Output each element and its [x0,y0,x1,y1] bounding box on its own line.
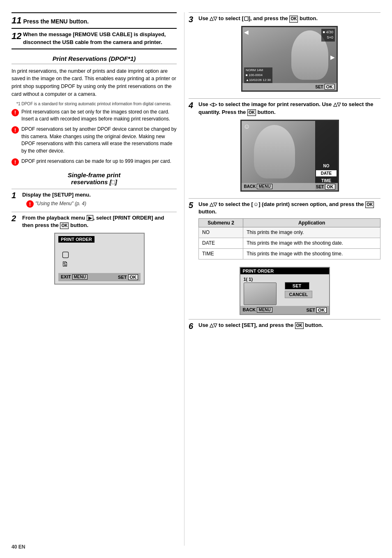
cam-screen-step3: ◀ ▶ ■ 4/30 5×0 NORM 14M ■ 100-0004 ▲10/0… [241,26,338,92]
step-1: 1 Display the [SETUP] menu. ! "Using the… [12,189,177,209]
step-5: 5 Use △▽ to select the [☺] (date print) … [189,198,380,264]
ok-badge-1: OK [128,274,138,280]
step-2: 2 From the playback menu ▶, select [PRIN… [12,212,177,287]
step-12-text: When the message [REMOVE USB CABLE] is d… [23,31,177,46]
po2-footer: BACK MENU SET OK [240,306,329,314]
print-order-screen-step2: PRINT ORDER ▢ 🖻 EXIT MENU SET OK [54,233,145,285]
cam-norm: NORM 14M [246,68,271,73]
section-single-frame-title: Single-frame printreservations [□] [68,171,120,185]
po2-photo [244,282,277,305]
po-icon1: ▢ [62,249,137,259]
step-12: 12 When the message [REMOVE USB CABLE] i… [12,29,177,49]
step-2-num: 2 [12,214,21,222]
cam-file-info: NORM 14M ■ 100-0004 ▲10/02/26 12:30 [244,67,272,83]
cam4-opt-no: NO [316,163,337,169]
step-11-text: Press the MENU button. [23,18,88,25]
step-4-num: 4 [189,101,197,195]
warning-3: ! DPOF print reservations can be made fo… [12,158,177,166]
step-6: 6 Use △▽ to select [SET], and press the … [189,319,380,331]
table-row-date: DATE This prints the image with the shoo… [199,238,380,249]
step-5-desc: Use △▽ to select the [☺] (date print) sc… [198,201,374,215]
step-2-text: From the playback menu ▶, select [PRINT … [22,215,164,228]
step-4: 4 Use ◁▷ to select the image for print r… [189,98,380,195]
po-title: PRINT ORDER [58,236,95,243]
table-header-application: Application [243,219,380,227]
po-exit: EXIT MENU [61,274,88,280]
cam4-sidebar: NO DATE TIME [315,121,338,190]
po-icon2: 🖻 [62,261,137,268]
warning-1: ! Print reservations can be set only for… [12,109,177,123]
po-body: ▢ 🖻 [58,245,141,270]
step-4-desc: Use ◁▷ to select the image for print res… [198,101,373,115]
cam4-person [254,125,295,178]
left-column: 11 Press the MENU button. 12 When the me… [12,12,184,546]
cam4-back: BACK MENU [244,184,272,190]
cam4-footer: BACK MENU SET OK [242,183,338,190]
po2-options: SET CANCEL [285,282,313,298]
note-icon-1: ! [26,200,34,208]
table-row-time: TIME This prints the image with the shoo… [199,248,380,259]
cam-mode: 5×0 [323,35,333,41]
po-set: SET OK [118,274,138,280]
po2-set: SET OK [307,307,327,313]
warning-icon-3: ! [12,158,19,166]
step-3-desc: Use △▽ to select [▢], and press the OK b… [198,15,318,21]
warning-text-3: DPOF print reservations can be made for … [21,158,171,165]
table-cell-date-desc: This prints the image with the shooting … [243,238,380,249]
step-6-desc: Use △▽ to select [SET], and press the OK… [198,322,323,328]
body-text-dpof: In print reservations, the number of pri… [12,67,177,98]
po2-back: BACK MENU [243,307,272,313]
cam-right-arrow: ▶ [330,54,335,60]
po-footer: EXIT MENU SET OK [58,273,141,281]
section-single-frame: Single-frame printreservations [□] [12,171,177,185]
table-cell-time: TIME [199,248,243,259]
cam4-set: SET OK [316,184,335,190]
table-cell-time-desc: This prints the image with the shooting … [243,248,380,259]
warning-2: ! DPOF reservations set by another DPOF … [12,126,177,155]
step-3: 3 Use △▽ to select [▢], and press the OK… [189,12,380,95]
po2-body: 1( 1) SET CANCEL [240,274,329,306]
step-1-num: 1 [12,191,21,199]
footnote-dpof: *1 DPOF is a standard for storing automa… [12,102,177,106]
cam-screen-step4: ☺ NO DATE TIME BACK MENU SET OK [240,120,339,192]
warning-text-2: DPOF reservations set by another DPOF de… [21,126,177,155]
warning-icon-2: ! [12,126,19,134]
po2-opt-cancel: CANCEL [285,291,313,298]
table-cell-no: NO [199,227,243,238]
print-order-screen-2: PRINT ORDER 1( 1) SET CANCEL BACK MENU S… [240,267,330,315]
step-5-num: 5 [189,201,197,264]
page-number: 40 EN [12,544,25,550]
step-1-note-text: "Using the Menu" (p. 4) [35,200,86,207]
table-cell-no-desc: This prints the image only. [243,227,380,238]
cam-date: ▲10/02/26 12:30 [246,78,271,83]
po2-counter: 1( 1) [244,277,253,282]
po2-title: PRINT ORDER [240,268,329,274]
cam-file: ■ 100-0004 [246,73,271,78]
cam-left-arrow: ◀ [244,29,249,35]
step-3-num: 3 [189,15,197,95]
section-print-reservations: Print Reservations (DPOF*1) [12,55,177,64]
step-1-text: Display the [SETUP] menu. [22,192,91,198]
step5-table: Submenu 2 Application NO This prints the… [198,218,380,259]
cam-set-ok: SET OK [315,84,334,90]
cam4-icon: ☺ [244,123,250,130]
step-11-num: 11 [12,15,21,26]
right-column: 3 Use △▽ to select [▢], and press the OK… [184,12,380,546]
step-11: 11 Press the MENU button. [12,12,177,29]
cam-counter: ■ 4/30 [323,30,333,35]
warning-text-1: Print reservations can be set only for t… [21,109,177,123]
cam-info-overlay: ■ 4/30 5×0 [321,29,335,42]
po2-photo-area: 1( 1) [244,277,281,303]
step-6-num: 6 [189,322,197,331]
menu-badge-1: MENU [72,274,88,280]
table-header-submenu: Submenu 2 [199,219,243,227]
step-1-note: ! "Using the Menu" (p. 4) [26,200,91,208]
po2-opt-set: SET [285,282,309,289]
table-row-no: NO This prints the image only. [199,227,380,238]
step-12-num: 12 [12,31,21,42]
table-cell-date: DATE [199,238,243,249]
cam4-opt-date: DATE [316,170,337,176]
cam-footer-step3: SET OK [242,83,337,90]
warning-icon-1: ! [12,109,19,116]
